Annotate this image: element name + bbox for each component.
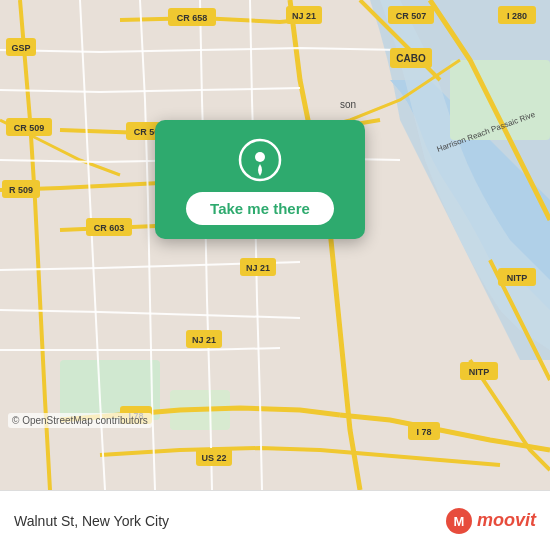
take-me-there-button[interactable]: Take me there bbox=[186, 192, 334, 225]
svg-text:I 78: I 78 bbox=[416, 427, 431, 437]
svg-text:CR 658: CR 658 bbox=[177, 13, 208, 23]
location-label: Walnut St, New York City bbox=[14, 513, 169, 529]
moovit-wordmark: moovit bbox=[477, 510, 536, 531]
svg-text:I 280: I 280 bbox=[507, 11, 527, 21]
location-pin-icon bbox=[238, 138, 282, 182]
svg-text:CR 509: CR 509 bbox=[14, 123, 45, 133]
bottom-bar: Walnut St, New York City M moovit bbox=[0, 490, 550, 550]
svg-text:US 22: US 22 bbox=[201, 453, 226, 463]
svg-point-41 bbox=[255, 152, 265, 162]
svg-text:CR 603: CR 603 bbox=[94, 223, 125, 233]
svg-text:CR 507: CR 507 bbox=[396, 11, 427, 21]
svg-text:NJ 21: NJ 21 bbox=[246, 263, 270, 273]
svg-text:R 509: R 509 bbox=[9, 185, 33, 195]
moovit-icon: M bbox=[445, 507, 473, 535]
copyright-text: © OpenStreetMap contributors bbox=[8, 413, 152, 428]
svg-text:M: M bbox=[454, 514, 465, 529]
map-container: CR 658 NJ 21 CR 507 I 280 GSP CR 509 CR … bbox=[0, 0, 550, 490]
svg-text:son: son bbox=[340, 99, 356, 110]
svg-text:NJ 21: NJ 21 bbox=[192, 335, 216, 345]
moovit-logo: M moovit bbox=[445, 507, 536, 535]
popup-card: Take me there bbox=[155, 120, 365, 239]
svg-text:GSP: GSP bbox=[11, 43, 30, 53]
svg-text:NJ 21: NJ 21 bbox=[292, 11, 316, 21]
svg-text:CABO: CABO bbox=[396, 53, 426, 64]
svg-text:NITP: NITP bbox=[469, 367, 490, 377]
svg-text:NITP: NITP bbox=[507, 273, 528, 283]
